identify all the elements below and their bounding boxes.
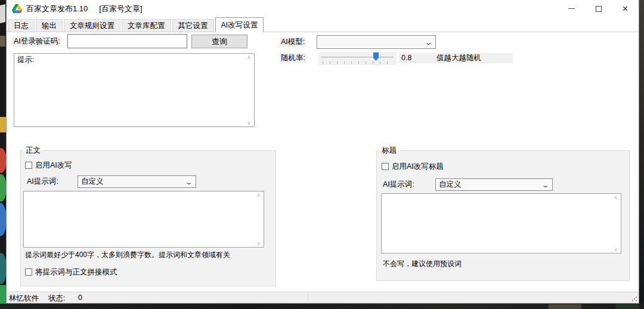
enable-ai-rewrite-title-label: 启用AI改写标题: [392, 162, 444, 172]
random-rate-hint: 值越大越随机: [430, 53, 513, 63]
body-prompt-label: AI提示词:: [27, 177, 58, 187]
title-prompt-select-value: 自定义: [439, 180, 462, 190]
scrollbar[interactable]: ∧∨: [612, 195, 620, 252]
body-group-title: 正文: [23, 146, 43, 156]
minimize-icon: [568, 8, 575, 9]
brand-label: 林忆软件: [9, 293, 39, 304]
random-rate-label: 随机率:: [280, 53, 306, 63]
title-prompt-hint: 不会写，建议使用预设词: [383, 259, 462, 269]
scroll-down-icon[interactable]: ∨: [247, 120, 251, 125]
title-prompt-textarea[interactable]: ∧∨: [381, 193, 621, 254]
enable-ai-rewrite-label: 启用AI改写: [35, 160, 72, 171]
app-drive-icon: [12, 4, 22, 13]
slider-track: [321, 57, 394, 58]
desktop-icon-fragment: [0, 4, 5, 23]
tab-bar: 日志输出文章规则设置文章库配置其它设置AI改写设置: [7, 17, 639, 32]
status-value: 0: [78, 293, 82, 302]
desktop-icon-fragment: [0, 117, 6, 132]
title-group-title: 标题: [379, 146, 399, 156]
title-bar: 百家文章发布1.10 [百家号文章] ✕: [7, 0, 639, 17]
body-prompt-textarea[interactable]: ∧∨: [23, 191, 264, 248]
ai-model-select[interactable]: ⌄: [317, 35, 436, 49]
random-rate-slider-thumb[interactable]: [373, 52, 379, 61]
desktop-wallpaper-right: [639, 0, 644, 309]
random-rate-slider[interactable]: [318, 52, 397, 65]
concat-mode-label: 将提示词与正文拼接模式: [35, 267, 117, 277]
maximize-icon: [596, 6, 602, 12]
concat-mode-checkbox[interactable]: [25, 268, 32, 276]
body-prompt-hint: 提示词最好少于400字，太多则浪费字数。提示词和文章领域有关: [25, 250, 230, 260]
scrollbar[interactable]: ∧∨: [255, 193, 262, 246]
desktop-icon-fragment: [0, 36, 5, 47]
desktop-taskbar-strip: [0, 304, 644, 309]
app-window: 百家文章发布1.10 [百家号文章] ✕ 日志输出文章规则设置文章库配置其它设置…: [6, 0, 639, 304]
scroll-down-icon[interactable]: ∨: [614, 247, 618, 252]
title-prompt-label: AI提示词:: [383, 180, 414, 190]
scrollbar[interactable]: ∧∨: [245, 55, 253, 125]
scroll-up-icon[interactable]: ∧: [614, 195, 618, 200]
desktop-taskbar-patch: [615, 304, 639, 309]
tab-other-settings[interactable]: 其它设置: [172, 19, 214, 32]
query-button[interactable]: 查询: [191, 35, 247, 48]
title-group: 标题 启用AI改写标题 AI提示词: 自定义 ⌄ ∧∨ 不会写，建议使用预设词: [376, 150, 630, 281]
slider-ticks: [323, 61, 394, 64]
scroll-down-icon[interactable]: ∨: [256, 241, 261, 246]
status-label: 状态:: [48, 293, 65, 304]
resize-grip-icon[interactable]: [631, 296, 637, 302]
enable-ai-rewrite-checkbox[interactable]: [25, 162, 32, 169]
tab-ai-rewrite[interactable]: AI改写设置: [215, 17, 264, 32]
window-controls: ✕: [558, 0, 639, 17]
enable-ai-rewrite-title-checkbox[interactable]: [382, 163, 389, 170]
hint-log-textarea[interactable]: 提示: ∧∨: [14, 53, 255, 127]
maximize-button[interactable]: [585, 0, 612, 17]
ai-login-code-input[interactable]: [67, 34, 187, 48]
tab-article-library[interactable]: 文章库配置: [122, 19, 171, 32]
body-group: 正文 启用AI改写 AI提示词: 自定义 ⌄ ∧∨ 提示词最好少于400字，太多…: [20, 150, 276, 286]
status-bar: 林忆软件 状态: 0: [7, 292, 639, 303]
body-prompt-select[interactable]: 自定义 ⌄: [78, 175, 196, 188]
minimize-button[interactable]: [558, 0, 585, 17]
scroll-up-icon[interactable]: ∧: [247, 55, 251, 60]
desktop-taskbar-patch: [549, 304, 581, 309]
scroll-up-icon[interactable]: ∧: [256, 193, 261, 197]
desktop-background: 百家文章发布1.10 [百家号文章] ✕ 日志输出文章规则设置文章库配置其它设置…: [0, 0, 644, 309]
tab-page-ai-rewrite: AI登录验证码: 查询 提示: ∧∨ AI模型: ⌄ 随机率: 0.8 值越大越…: [7, 32, 639, 292]
ai-login-code-label: AI登录验证码:: [13, 36, 61, 47]
random-rate-value: 0.8: [399, 53, 430, 63]
close-button[interactable]: ✕: [612, 0, 639, 17]
window-subtitle: [百家号文章]: [99, 4, 142, 14]
status-divider: [308, 293, 308, 302]
ai-model-label: AI模型:: [280, 37, 306, 47]
close-icon: ✕: [622, 5, 628, 13]
body-prompt-select-value: 自定义: [81, 177, 104, 187]
tab-output[interactable]: 输出: [36, 19, 63, 32]
tab-log[interactable]: 日志: [8, 19, 35, 32]
title-prompt-select[interactable]: 自定义 ⌄: [435, 178, 553, 191]
window-title: 百家文章发布1.10: [26, 4, 88, 14]
tab-article-rules[interactable]: 文章规则设置: [64, 19, 120, 32]
